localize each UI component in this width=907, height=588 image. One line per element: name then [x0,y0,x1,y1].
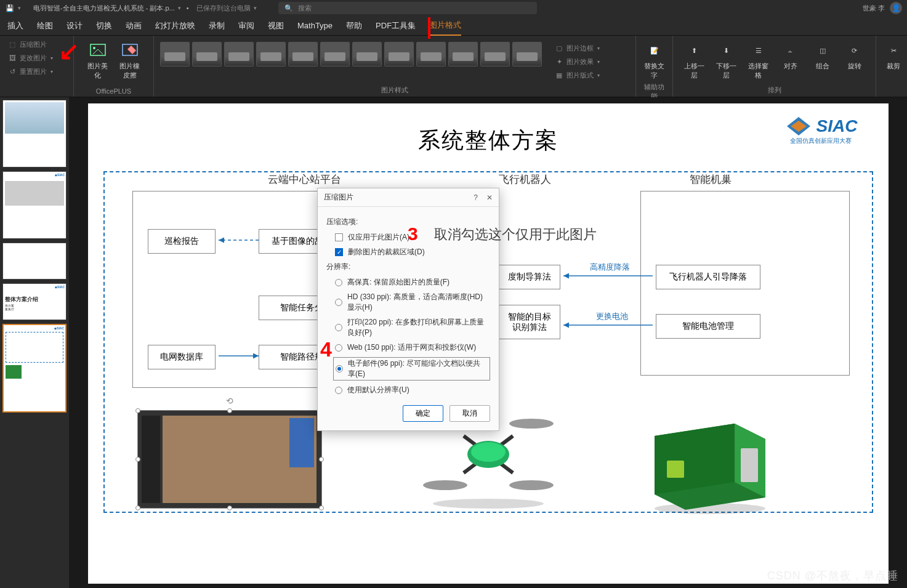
reset-picture-button[interactable]: ↺重置图片▾ [6,65,54,78]
picture-eraser-button[interactable]: 图片橡皮擦 [116,38,144,83]
align-button[interactable]: ⫠对齐 [776,38,805,73]
dialog-title-label: 压缩图片 [324,192,353,203]
document-filename: 电羽智巡-全自主电力巡检无人机系统 - 副本.p... [33,4,175,13]
style-thumb[interactable] [416,42,446,66]
search-box[interactable]: 🔍 搜索 [278,2,537,14]
send-backward-button[interactable]: ⬇下移一层 [712,38,741,83]
tab-picture-format[interactable]: 图片格式 [429,16,461,36]
tab-pdftools[interactable]: PDF工具集 [376,17,416,35]
style-thumb[interactable] [256,42,286,66]
tab-design[interactable]: 设计 [67,17,83,35]
compress-icon: ⬚ [7,39,17,49]
delete-cropped-option[interactable]: ✓ 删除图片的裁裁区域(D) [335,247,490,257]
annotation-text: 取消勾选这个仅用于此图片 [434,225,597,244]
tab-insert[interactable]: 插入 [7,17,23,35]
rotate-handle-icon[interactable]: ⟲ [226,396,233,406]
user-avatar-icon[interactable]: 👤 [890,2,902,14]
rotate-button[interactable]: ⟳旋转 [840,38,869,73]
style-thumb[interactable] [160,42,190,66]
filename-dropdown-icon[interactable]: ▾ [178,5,181,11]
checkbox-icon[interactable] [335,233,343,241]
resolution-label: 分辨率: [326,262,490,272]
bring-forward-button[interactable]: ⬆上移一层 [680,38,709,83]
selection-pane-button[interactable]: ☰选择窗格 [744,38,773,83]
picture-border-button[interactable]: ▢图片边框▾ [553,42,601,54]
style-thumb[interactable] [352,42,382,66]
dialog-help-icon[interactable]: ? [474,193,478,202]
diagram-node: 巡检报告 [148,229,216,254]
selected-image[interactable]: ⟲ [137,410,322,509]
layout-icon: ▦ [554,70,564,80]
save-icon[interactable]: 💾 [5,3,15,13]
svg-point-9 [509,419,554,429]
ribbon-toolbar: ⬚压缩图片 🖼更改图片▾ ↺重置图片▾ 图片美化 图片橡皮擦 OfficePLU… [0,36,907,97]
picture-effects-button[interactable]: ✦图片效果▾ [553,55,601,68]
style-thumb[interactable] [288,42,318,66]
tab-help[interactable]: 帮助 [346,17,362,35]
style-thumb[interactable] [512,42,542,66]
alttext-icon: 📝 [645,41,664,60]
username-label: 世豪 李 [863,4,885,13]
radio-icon[interactable] [335,299,342,306]
style-thumb[interactable] [384,42,414,66]
slide-thumbnail[interactable] [2,100,67,167]
compress-picture-button[interactable]: ⬚压缩图片 [6,38,54,50]
annotation-marker-3: 3 [408,224,418,244]
resolution-default-option[interactable]: 使用默认分辨率(U) [335,385,490,395]
search-icon: 🔍 [284,4,293,12]
tab-record[interactable]: 录制 [209,17,225,35]
slide-thumbnail[interactable]: ◆SIAC [2,171,67,239]
tab-mathtype[interactable]: MathType [297,17,333,34]
picture-layout-button[interactable]: ▦图片版式▾ [553,69,601,81]
svg-point-11 [509,480,554,490]
picture-style-gallery[interactable] [160,38,542,70]
svg-point-7 [433,499,544,509]
tab-transition[interactable]: 切换 [96,17,112,35]
style-thumb[interactable] [448,42,478,66]
tab-draw[interactable]: 绘图 [37,17,53,35]
group-icon: ◫ [813,41,832,60]
resolution-print-option[interactable]: 打印(220 ppi): 在多数打印机和屏幕上质量良好(P) [335,317,490,338]
tab-slideshow[interactable]: 幻灯片放映 [155,17,195,35]
resolution-hd-option[interactable]: HD (330 ppi): 高质量，适合高清晰度(HD)显示(H) [335,292,490,313]
picture-beautify-button[interactable]: 图片美化 [84,38,112,83]
radio-icon[interactable] [335,324,342,331]
style-thumb[interactable] [480,42,510,66]
radio-checked-icon[interactable] [336,365,343,373]
cancel-button[interactable]: 取消 [449,405,490,422]
style-thumb[interactable] [192,42,222,66]
status-dropdown-icon[interactable]: ▾ [254,5,257,11]
style-thumb[interactable] [320,42,350,66]
tab-review[interactable]: 审阅 [238,17,254,35]
effects-icon: ✦ [554,57,564,66]
change-picture-button[interactable]: 🖼更改图片▾ [6,52,54,64]
radio-icon[interactable] [335,344,342,352]
qa-dropdown-icon[interactable]: ▾ [18,5,21,11]
arrow-label: 高精度降落 [590,262,630,273]
resolution-web-option[interactable]: Web (150 ppi): 适用于网页和投影仪(W) [335,342,490,353]
resolution-hifi-option[interactable]: 高保真: 保留原始图片的质量(F) [335,277,490,288]
section-label: 云端中心站平台 [268,172,341,187]
alt-text-button[interactable]: 📝 替换文字 [642,38,666,83]
svg-rect-17 [741,448,758,482]
radio-icon[interactable] [335,387,342,394]
radio-icon[interactable] [335,279,342,286]
dialog-close-icon[interactable]: ✕ [486,193,493,202]
annotation-marker-1 [428,17,430,39]
crop-button[interactable]: ✂裁剪 [882,38,905,73]
ok-button[interactable]: 确定 [403,405,443,422]
slide-thumbnail[interactable]: ◆SIAC 整体方案介绍 体方案 案执行 [2,283,67,320]
svg-point-15 [471,442,506,462]
crop-icon: ✂ [884,41,903,60]
slide-thumbnail[interactable] [2,243,67,280]
checkbox-checked-icon[interactable]: ✓ [335,248,343,256]
slide-panel[interactable]: ◆SIAC ◆SIAC 整体方案介绍 体方案 案执行 ◆SIAC [0,97,69,588]
slide-thumbnail-current[interactable]: ◆SIAC [2,324,67,413]
svg-point-1 [93,47,95,49]
group-button[interactable]: ◫组合 [808,38,837,73]
resolution-email-option[interactable]: 电子邮件(96 ppi): 尽可能缩小文档以便共享(E) [333,357,490,381]
style-thumb[interactable] [224,42,254,66]
diagram-node: 飞行机器人引导降落 [656,265,760,289]
tab-animation[interactable]: 动画 [126,17,142,35]
tab-view[interactable]: 视图 [268,17,284,35]
